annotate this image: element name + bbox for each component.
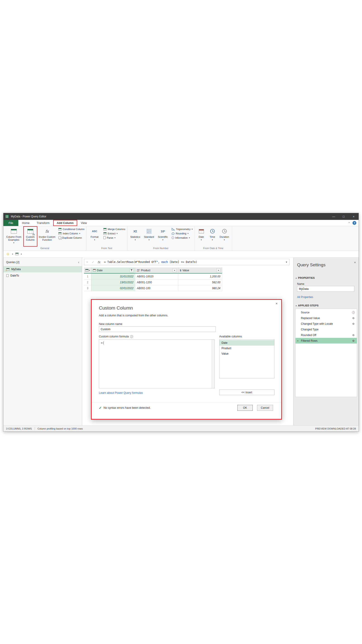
cancel-formula-icon[interactable]: × bbox=[84, 260, 90, 264]
formula-scrollbar[interactable] bbox=[212, 340, 215, 388]
delete-step-icon[interactable]: × bbox=[297, 340, 299, 342]
chevron-down-icon[interactable]: ▾ bbox=[12, 253, 13, 255]
custom-column-formula-input[interactable]: = bbox=[99, 340, 215, 388]
tab-home[interactable]: Home bbox=[18, 220, 33, 226]
properties-section-header[interactable]: ▴ PROPERTIES bbox=[296, 276, 315, 279]
collapse-pane-icon[interactable]: ‹ bbox=[78, 260, 79, 264]
duration-button[interactable]: Duration ▾ bbox=[218, 226, 231, 246]
close-dialog-icon[interactable]: × bbox=[276, 302, 278, 306]
applied-step-source[interactable]: Source i bbox=[296, 310, 357, 315]
ok-button[interactable]: OK bbox=[237, 405, 253, 411]
gear-icon[interactable] bbox=[352, 322, 355, 325]
applied-step-changed-type-with-locale[interactable]: Changed Type with Locale bbox=[296, 321, 357, 326]
chevron-down-icon: ▾ bbox=[201, 238, 202, 242]
column-header-date[interactable]: Date bbox=[91, 268, 135, 274]
applied-step-replaced-value[interactable]: Replaced Value bbox=[296, 315, 357, 321]
tab-transform[interactable]: Transform bbox=[33, 220, 53, 226]
parse-button[interactable]: Parse ▾ bbox=[103, 236, 125, 239]
status-bar: 3 COLUMNS, 3 ROWS Column profiling based… bbox=[3, 426, 359, 431]
applied-step-filtered-rows[interactable]: × Filtered Rows bbox=[296, 338, 357, 344]
standard-button[interactable]: +−×÷ Standard ▾ bbox=[142, 226, 156, 246]
column-from-examples-button[interactable]: Column From Examples ▾ bbox=[4, 226, 23, 246]
cell-value[interactable]: 562.00 bbox=[178, 280, 222, 285]
cell-value[interactable]: 980.24 bbox=[178, 285, 222, 291]
rounding-button[interactable]: Rounding ▾ bbox=[171, 232, 193, 235]
row-number[interactable]: 3 bbox=[84, 285, 91, 291]
help-icon[interactable]: ? bbox=[353, 221, 356, 225]
feedback-smiley-icon[interactable]: ☺ bbox=[6, 252, 10, 256]
cell-value[interactable]: 1,200.00 bbox=[178, 274, 222, 280]
invoke-custom-function-button[interactable]: fx Invoke Custom Function bbox=[37, 226, 57, 246]
collapse-ribbon-icon[interactable]: ^ bbox=[349, 222, 350, 225]
query-item-dateto[interactable]: DateTo bbox=[3, 272, 82, 279]
format-label: Format bbox=[91, 236, 99, 238]
grid-row: 2 13/01/2022 AB001-1200 562.00 bbox=[84, 280, 222, 285]
extract-icon bbox=[103, 232, 107, 235]
info-icon[interactable]: i bbox=[352, 311, 355, 314]
gear-icon[interactable] bbox=[352, 340, 355, 342]
cell-product[interactable]: AB001-1200 bbox=[135, 280, 178, 285]
cell-date[interactable]: 13/01/2022 bbox=[91, 280, 135, 285]
filter-funnel-icon[interactable] bbox=[130, 268, 133, 272]
information-button[interactable]: i Information ▾ bbox=[171, 236, 193, 239]
row-number[interactable]: 1 bbox=[84, 274, 91, 280]
applied-step-changed-type[interactable]: Changed Type bbox=[296, 326, 357, 332]
table-tools-icon[interactable] bbox=[15, 253, 18, 255]
insert-button[interactable]: << Insert bbox=[219, 390, 275, 395]
applied-step-rounded-off[interactable]: Rounded Off bbox=[296, 332, 357, 338]
close-button[interactable]: × bbox=[349, 213, 359, 220]
queries-pane: Queries [2] ‹ ⚠ MyData DateTo bbox=[3, 258, 82, 426]
warning-icon: ⚠ bbox=[5, 269, 7, 272]
close-pane-icon[interactable]: × bbox=[354, 261, 356, 264]
tab-view[interactable]: View bbox=[77, 220, 90, 226]
format-button[interactable]: ASC Format ▾ bbox=[87, 226, 102, 246]
cell-date[interactable]: 02/01/2022 bbox=[91, 285, 135, 291]
new-column-name-input[interactable]: Custom bbox=[99, 326, 216, 332]
extract-button[interactable]: Extract ▾ bbox=[103, 232, 125, 235]
currency-type-icon: $ bbox=[180, 269, 181, 272]
conditional-column-button[interactable]: Conditional Column bbox=[58, 228, 84, 230]
learn-formulas-link[interactable]: Learn about Power Query formulas bbox=[99, 391, 143, 394]
formula-input[interactable]: = Table.SelectRows(#"Rounded Off", each … bbox=[102, 260, 284, 264]
gear-icon[interactable] bbox=[352, 317, 355, 320]
minimize-button[interactable]: — bbox=[329, 213, 339, 220]
filter-dropdown-icon[interactable]: ▾ bbox=[173, 268, 176, 272]
applied-steps-section-header[interactable]: ▴ APPLIED STEPS bbox=[296, 304, 319, 307]
filter-dropdown-icon[interactable]: ▾ bbox=[217, 268, 220, 272]
statistics-button[interactable]: XΣ Statistics ▾ bbox=[128, 226, 142, 246]
status-columns-rows: 3 COLUMNS, 3 ROWS bbox=[6, 427, 32, 430]
available-column-product[interactable]: Product bbox=[219, 346, 274, 351]
custom-column-button[interactable]: fx Custom Column bbox=[23, 226, 37, 246]
ribbon-tab-bar: File Home Transform Add Column View ^ ? bbox=[3, 220, 359, 226]
tab-file[interactable]: File bbox=[3, 220, 18, 226]
available-column-value[interactable]: Value bbox=[219, 351, 274, 356]
applied-steps-label: APPLIED STEPS bbox=[298, 304, 319, 307]
cancel-button[interactable]: Cancel bbox=[257, 405, 273, 411]
all-properties-link[interactable]: All Properties bbox=[297, 296, 313, 299]
quick-access-row: ☺ ▾ ▾ bbox=[3, 251, 359, 258]
properties-label: PROPERTIES bbox=[298, 276, 315, 279]
query-name-input[interactable]: MyData bbox=[297, 286, 354, 292]
chevron-down-icon[interactable]: ▾ bbox=[21, 253, 22, 255]
column-header-value[interactable]: $ Value ▾ bbox=[178, 268, 222, 274]
date-button[interactable]: Date ▾ bbox=[196, 226, 207, 246]
index-column-button[interactable]: Index Column ▾ bbox=[58, 232, 84, 235]
available-column-date[interactable]: Date bbox=[219, 340, 274, 346]
commit-formula-icon[interactable]: ✓ bbox=[90, 260, 96, 264]
time-button[interactable]: Time ▾ bbox=[207, 226, 218, 246]
cell-product[interactable]: AB001-10020 bbox=[135, 274, 178, 280]
gear-icon[interactable] bbox=[352, 334, 355, 336]
cell-product[interactable]: AB002-100 bbox=[135, 285, 178, 291]
scientific-button[interactable]: 10² Scientific ▾ bbox=[156, 226, 170, 246]
grid-select-all-corner[interactable]: ▾ bbox=[84, 268, 91, 274]
expand-formula-bar-icon[interactable]: ▾ bbox=[284, 261, 289, 264]
merge-columns-button[interactable]: Merge Columns bbox=[103, 228, 125, 230]
tab-add-column[interactable]: Add Column bbox=[53, 220, 77, 226]
query-item-mydata[interactable]: ⚠ MyData bbox=[3, 266, 82, 272]
cell-date[interactable]: 31/01/2022 bbox=[91, 274, 135, 280]
row-number[interactable]: 2 bbox=[84, 280, 91, 285]
column-header-product[interactable]: ABC123 Product ▾ bbox=[135, 268, 178, 274]
maximize-button[interactable]: □ bbox=[339, 213, 349, 220]
duplicate-column-button[interactable]: Duplicate Column bbox=[58, 236, 84, 239]
trigonometry-button[interactable]: Trigonometry ▾ bbox=[171, 228, 193, 230]
